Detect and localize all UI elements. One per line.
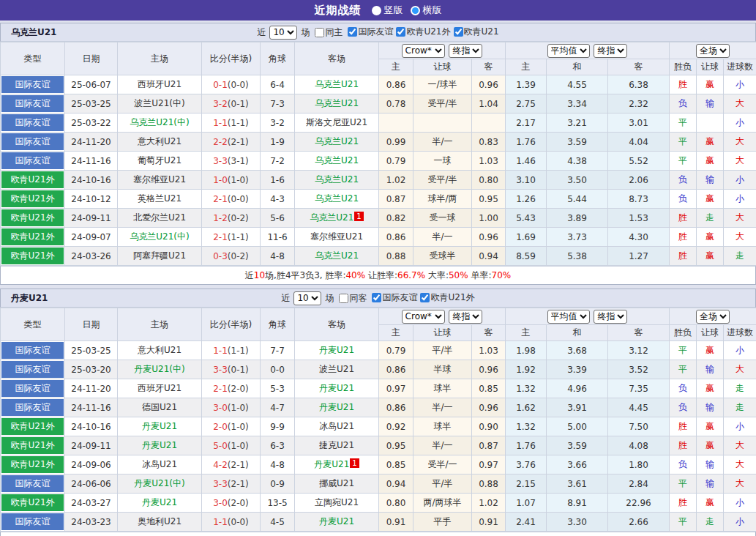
goals-cell-value: 小	[736, 497, 744, 507]
vertical-layout-label: 竖版	[384, 4, 403, 17]
final-odds-select-2[interactable]: 终指	[594, 44, 627, 58]
bookmaker-select[interactable]: Crow*	[402, 44, 445, 58]
same-venue-label: 同主	[325, 26, 343, 39]
final-odds-select[interactable]: 终指	[449, 44, 482, 58]
match-count-select[interactable]: 10	[269, 26, 297, 40]
horizontal-layout-option[interactable]: 横版	[411, 4, 442, 17]
match-row: 国际友谊24-11-16德国U213-0(1-0)4-7丹麦U210.86半/一…	[1, 398, 756, 417]
odds-away-cell: 0.87	[472, 436, 506, 455]
goals-cell: 小	[724, 494, 756, 513]
corners-cell: 4-7	[261, 398, 295, 417]
league-checkbox-input[interactable]	[348, 27, 357, 37]
summary-text: 10	[254, 270, 265, 280]
score-cell: 0-1(0-0)	[202, 75, 261, 94]
league-type-badge: 国际友谊	[1, 513, 64, 530]
league-checkbox[interactable]: 欧青U21外	[420, 291, 474, 304]
same-venue-checkbox[interactable]: 同主	[315, 26, 343, 39]
full-match-select[interactable]: 全场	[696, 44, 730, 58]
date-cell: 24-09-06	[65, 455, 118, 474]
full-match-select[interactable]: 全场	[696, 310, 730, 324]
bookmaker-select[interactable]: Crow*	[402, 310, 445, 324]
result-cell-value: 平	[678, 478, 687, 488]
odds-away-cell: 0.96	[472, 360, 506, 379]
result-cell: 平	[670, 113, 697, 133]
radio-horizontal-icon[interactable]	[411, 6, 420, 15]
league-checkbox[interactable]: 国际友谊	[372, 291, 417, 304]
same-venue-checkbox[interactable]: 同客	[339, 292, 367, 305]
league-checkbox-input[interactable]	[396, 27, 405, 37]
col-header-avg-draw: 和	[547, 59, 608, 75]
full-time-score: 1-1	[213, 118, 228, 128]
odds-home-cell	[379, 113, 413, 133]
final-odds-select-2[interactable]: 终指	[594, 310, 627, 324]
handicap-cell: 一球	[413, 152, 472, 171]
match-row: 欧青U21外24-09-11丹麦U215-0(1-0)6-3捷克U210.95半…	[1, 436, 756, 455]
league-checkbox-input[interactable]	[454, 27, 463, 37]
avg-away-cell: 2.32	[608, 94, 670, 113]
average-select[interactable]: 平均值	[547, 44, 590, 58]
league-checkbox-label: 国际友谊	[382, 291, 417, 304]
league-checkbox[interactable]: 欧青U21外	[396, 26, 450, 38]
goals-cell: 小	[724, 75, 756, 94]
home-team-cell: 丹麦U21	[118, 436, 202, 455]
full-time-score: 2-2	[213, 137, 228, 147]
result-cell-value: 胜	[678, 212, 687, 223]
avg-draw-cell: 3.59	[547, 436, 608, 455]
away-team-name: 丹麦U21	[314, 459, 349, 469]
away-team-name: 挪威U21	[319, 478, 354, 488]
league-checkbox[interactable]: 欧青U21	[454, 26, 499, 38]
summary-text: 66.7%	[397, 270, 425, 280]
avg-draw-cell: 3.50	[547, 171, 608, 190]
same-venue-label: 同客	[349, 292, 367, 305]
goals-cell: 大	[724, 133, 756, 152]
same-venue-checkbox-input[interactable]	[339, 294, 348, 303]
match-count-select[interactable]: 10	[293, 291, 321, 305]
filter-bar: 近 10 场 同客 国际友谊欧青U21外	[1, 289, 755, 307]
league-checkbox[interactable]: 国际友谊	[348, 26, 393, 38]
corners-cell: 4-8	[261, 247, 295, 266]
score-cell: 2-0(1-0)	[202, 417, 261, 436]
results-table: 类型 日期 主场 比分(半场) 角球 客场 Crow* 终指 平均值 终指	[0, 308, 756, 532]
final-odds-select[interactable]: 终指	[449, 310, 482, 324]
corners-cell: 9-9	[261, 417, 295, 436]
league-type-badge: 欧青U21外	[1, 190, 64, 207]
half-time-score: (0-1)	[228, 99, 249, 109]
corners-cell: 1-6	[261, 171, 295, 190]
goals-cell-value: 小	[736, 117, 744, 127]
odds-home-cell: 0.86	[379, 360, 413, 379]
avg-draw-cell: 3.66	[547, 455, 608, 474]
odds-away-cell: 1.02	[472, 494, 506, 513]
odds-home-cell: 0.82	[379, 209, 413, 228]
league-type-badge: 欧青U21外	[1, 456, 64, 473]
avg-draw-cell: 5.38	[547, 247, 608, 266]
radio-vertical-icon[interactable]	[372, 6, 381, 15]
odds-home-cell: 0.88	[379, 247, 413, 266]
col-header-type: 类型	[1, 308, 65, 341]
average-select[interactable]: 平均值	[547, 310, 590, 324]
league-type-cell: 国际友谊	[1, 113, 65, 133]
home-team-name: 塞尔维亚U21	[133, 174, 186, 185]
avg-away-cell: 6.38	[608, 75, 670, 94]
handicap-result-cell-value: 输	[706, 478, 714, 488]
league-type-cell: 国际友谊	[1, 133, 65, 152]
home-team-name: 北爱尔兰U21	[133, 212, 186, 223]
match-rows: 国际友谊25-06-07西班牙U210-1(0-0)6-4乌克兰U210.86一…	[1, 75, 756, 266]
full-time-score: 1-0	[213, 175, 228, 185]
goals-cell: 大	[724, 455, 756, 474]
result-cell-value: 平	[678, 364, 687, 374]
league-checkbox-input[interactable]	[420, 293, 430, 302]
home-team-name: 乌克兰U21(中)	[130, 231, 189, 242]
league-checkbox-input[interactable]	[372, 293, 381, 302]
score-cell: 2-2(2-1)	[202, 133, 261, 152]
avg-draw-cell: 3.91	[547, 398, 608, 417]
result-cell-value: 胜	[678, 421, 687, 431]
goals-cell: 走	[724, 379, 756, 398]
handicap-cell: 球半/两	[413, 190, 472, 209]
handicap-result-cell-value: 赢	[706, 79, 714, 89]
away-team-name: 冰岛U21	[319, 421, 354, 431]
same-venue-checkbox-input[interactable]	[315, 28, 324, 37]
away-team-name: 乌克兰U21	[315, 98, 359, 108]
vertical-layout-option[interactable]: 竖版	[372, 4, 403, 17]
handicap-result-cell: 赢	[697, 228, 724, 247]
avg-draw-cell: 3.61	[547, 474, 608, 494]
